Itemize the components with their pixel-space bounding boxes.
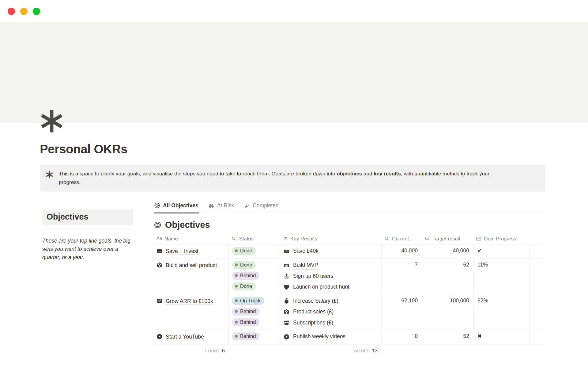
- objective-name-cell[interactable]: Save + Invest: [154, 244, 228, 258]
- status-dot-icon: [235, 310, 238, 313]
- page-cover[interactable]: [0, 22, 588, 123]
- status-label: Done: [240, 283, 252, 289]
- goal-progress-cell[interactable]: 11%: [473, 258, 530, 294]
- tab-label: All Objectives: [163, 202, 198, 209]
- play-icon: [283, 334, 290, 340]
- goal-progress-cell[interactable]: ✔: [473, 244, 530, 258]
- banknote-icon: [283, 248, 290, 255]
- objective-name: Grow ARR to £100k: [166, 298, 213, 305]
- divider: [42, 230, 133, 230]
- column-header-key-results[interactable]: Key Results: [280, 234, 381, 244]
- storefront-icon: [283, 320, 290, 326]
- goal-progress-cell[interactable]: 62%: [473, 294, 530, 330]
- key-result-label: Product sales (£): [293, 308, 334, 316]
- column-header-current[interactable]: Current...: [381, 234, 422, 244]
- heart-icon: [283, 284, 290, 290]
- column-header-target-result[interactable]: Target result: [422, 234, 473, 244]
- status-label: Done: [240, 262, 252, 268]
- page-title[interactable]: Personal OKRs: [40, 142, 545, 156]
- status-label: Behind: [240, 273, 256, 278]
- key-results-cell: Build MVPSign up 60 usersLaunch on produ…: [280, 258, 381, 294]
- keyboard-icon: [283, 262, 290, 269]
- key-result-link[interactable]: Launch on product hunt: [283, 283, 378, 291]
- status-label: On Track: [240, 298, 261, 304]
- column-header-status[interactable]: Status: [228, 234, 280, 244]
- values-label: VALUES: [353, 349, 370, 353]
- key-result-label: Launch on product hunt: [293, 283, 349, 291]
- current-result-cell[interactable]: 62,100: [381, 294, 422, 330]
- key-result-link[interactable]: Save £40k: [283, 247, 378, 255]
- values-value: 13: [372, 348, 378, 354]
- objectives-table: AaNameStatusKey ResultsCurrent...Target …: [154, 234, 545, 344]
- objective-name-cell[interactable]: Build and sell product: [154, 258, 228, 294]
- status-dot-icon: [235, 321, 238, 324]
- text-icon: Aa: [156, 236, 162, 241]
- status-cell: Done: [228, 244, 280, 258]
- status-pill-done[interactable]: Done: [232, 247, 256, 255]
- tab-all-objectives[interactable]: All Objectives: [154, 200, 199, 213]
- key-result-link[interactable]: Sign up 60 users: [283, 272, 378, 281]
- count-aggregate[interactable]: COUNT6: [154, 348, 228, 354]
- stamp-icon: [283, 273, 290, 279]
- window-titlebar: [0, 0, 588, 22]
- column-label: Status: [239, 236, 254, 242]
- target-result-cell[interactable]: 100,000: [422, 294, 473, 330]
- status-label: Done: [240, 248, 252, 254]
- current-result-cell[interactable]: 7: [381, 258, 422, 294]
- objective-name-cell[interactable]: Grow ARR to £100k: [154, 294, 228, 330]
- package-icon: [283, 309, 290, 315]
- section-header: Objectives: [154, 220, 545, 230]
- zoom-button[interactable]: [33, 8, 40, 15]
- status-label: Behind: [240, 309, 256, 314]
- key-result-link[interactable]: Build MVP: [283, 261, 378, 270]
- current-result-cell[interactable]: 40,000: [381, 244, 422, 258]
- status-cell: Behind: [228, 330, 280, 344]
- binoculars-icon: [208, 203, 214, 209]
- sidebar-heading[interactable]: Objectives: [42, 209, 133, 225]
- key-result-link[interactable]: Subscriptions (£): [283, 319, 378, 327]
- column-label: Current...: [392, 236, 413, 242]
- target-result-cell[interactable]: 40,000: [422, 244, 473, 258]
- key-result-label: Publish weekly videos: [293, 333, 345, 341]
- status-cell: On TrackBehindBehind: [228, 294, 280, 330]
- status-pill-behind[interactable]: Behind: [232, 272, 259, 280]
- section-title[interactable]: Objectives: [165, 220, 210, 230]
- values-aggregate[interactable]: VALUES13: [280, 348, 381, 354]
- key-results-cell: Increase Salary (£)Product sales (£)Subs…: [280, 294, 381, 330]
- status-pill-done[interactable]: Done: [232, 282, 256, 290]
- close-button[interactable]: [8, 8, 15, 15]
- current-result-cell[interactable]: 0: [381, 330, 422, 344]
- key-result-link[interactable]: Product sales (£): [283, 308, 378, 316]
- minimize-button[interactable]: [20, 8, 28, 15]
- key-result-link[interactable]: Increase Salary (£): [283, 297, 378, 305]
- key-result-label: Save £40k: [293, 247, 318, 255]
- table-footer: COUNT6 VALUES13: [154, 344, 545, 354]
- status-pill-behind[interactable]: Behind: [232, 318, 259, 326]
- status-pill-on-track[interactable]: On Track: [232, 297, 264, 305]
- objective-name-cell[interactable]: Start a YouTube: [154, 330, 228, 344]
- count-value: 6: [222, 348, 225, 354]
- target-result-cell[interactable]: 62: [422, 258, 473, 294]
- status-pill-done[interactable]: Done: [232, 261, 256, 269]
- key-result-link[interactable]: Publish weekly videos: [283, 333, 378, 341]
- page-icon[interactable]: [39, 108, 65, 134]
- goal-progress-cell[interactable]: ✖: [473, 330, 530, 344]
- key-results-cell: Publish weekly videos: [280, 330, 381, 344]
- status-dot-icon: [235, 274, 238, 277]
- callout[interactable]: This is a space to clarify your goals, a…: [40, 165, 545, 192]
- sidebar-column: Objectives These are your top line goals…: [42, 209, 133, 354]
- play-icon: [156, 333, 163, 340]
- column-header-name[interactable]: AaName: [154, 234, 228, 244]
- credit-card-icon: [156, 248, 163, 254]
- sidebar-description[interactable]: These are your top line goals, the big w…: [42, 237, 133, 262]
- tab-completed[interactable]: Completed: [243, 200, 279, 213]
- tab-at-risk[interactable]: At Risk: [208, 200, 234, 213]
- status-pill-behind[interactable]: Behind: [232, 308, 259, 316]
- target-result-cell[interactable]: 52: [422, 330, 473, 344]
- chart-line-icon: [476, 236, 481, 241]
- status-pill-behind[interactable]: Behind: [232, 332, 259, 340]
- row-end-cell: [530, 294, 545, 330]
- row-end-cell: [530, 330, 545, 344]
- column-header-goal-progress[interactable]: Goal Progress: [473, 234, 530, 244]
- column-header-end: [530, 234, 545, 244]
